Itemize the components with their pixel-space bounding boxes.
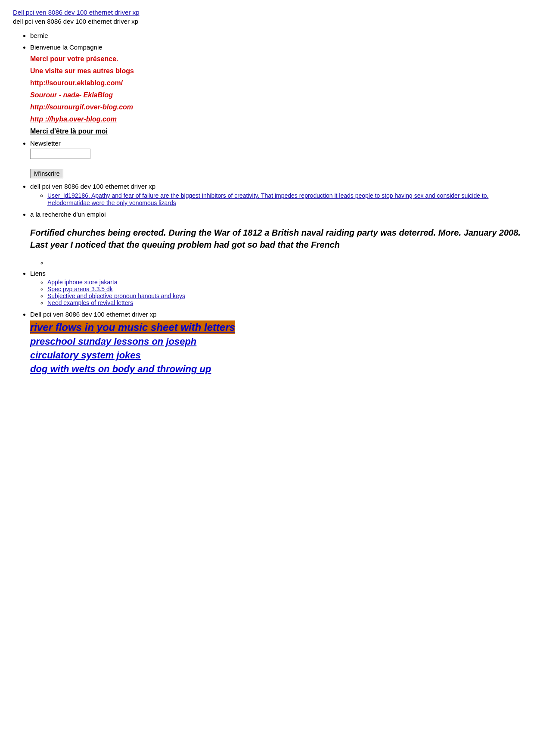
liens-sub-list: Apple iphone store jakarta Spec pvp aren…	[30, 279, 521, 306]
sub-link-item: User_id192186. Apathy and fear of failur…	[47, 192, 521, 206]
merci-underline: Merci d'être là pour moi	[30, 128, 521, 135]
liens-item: Liens Apple iphone store jakarta Spec pv…	[30, 270, 521, 306]
dell-list: dell pci ven 8086 dev 100 ethernet drive…	[13, 183, 521, 218]
list-item-revival: Need examples of revival letters	[47, 299, 521, 306]
newsletter-list: Newsletter M'inscrire	[13, 140, 521, 178]
hyba-link[interactable]: http ://hyba.over-blog.com	[30, 115, 521, 123]
newsletter-input[interactable]	[30, 149, 90, 159]
dell-bullet-text: dell pci ven 8086 dev 100 ethernet drive…	[30, 183, 155, 190]
preschool-link[interactable]: preschool sunday lessons on joseph	[30, 335, 521, 348]
top-link[interactable]: Dell pci ven 8086 dev 100 ethernet drive…	[13, 9, 521, 16]
apple-link[interactable]: Apple iphone store jakarta	[47, 279, 118, 286]
dell-bullet-2-text: Dell pci ven 8086 dev 100 ethernet drive…	[30, 311, 157, 318]
dell-bullet-2-item: Dell pci ven 8086 dev 100 ethernet drive…	[30, 311, 521, 375]
liens-list: Liens Apple iphone store jakarta Spec pv…	[13, 270, 521, 375]
list-item-apple: Apple iphone store jakarta	[47, 279, 521, 286]
river-flows-link[interactable]: river flows in you music sheet with lett…	[30, 320, 235, 334]
list-item-bernie: bernie	[30, 32, 521, 39]
bold-red-text-1: Merci pour votre présence.	[30, 55, 521, 63]
revival-link[interactable]: Need examples of revival letters	[47, 299, 133, 306]
newsletter-label: Newsletter	[30, 140, 61, 147]
italic-bold-para: Fortified churches being erected. During…	[30, 227, 521, 251]
user-link[interactable]: User_id192186. Apathy and fear of failur…	[47, 192, 488, 206]
main-list: bernie Bienvenue la Compagnie	[13, 32, 521, 51]
dog-welts-link[interactable]: dog with welts on body and throwing up	[30, 363, 521, 376]
eklablog-link[interactable]: http://sourour.eklablog.com/	[30, 79, 521, 87]
list-item-spec: Spec pvp arena 3.3.5 dk	[47, 286, 521, 292]
subjective-link[interactable]: Subjective and objective pronoun hanouts…	[47, 292, 185, 299]
circulatory-link[interactable]: circulatory system jokes	[30, 349, 521, 362]
newsletter-button[interactable]: M'inscrire	[30, 169, 63, 178]
sourour-nada-link[interactable]: Sourour - nada- EklaBlog	[30, 91, 521, 99]
top-plain-text: dell pci ven 8086 dev 100 ethernet drive…	[13, 18, 521, 25]
empty-sub-list	[30, 259, 521, 266]
a-la-recherche-text: a la recherche d'un emploi	[30, 211, 106, 218]
bold-red-text-2: Une visite sur mes autres blogs	[30, 67, 521, 75]
empty-circle-item	[47, 259, 521, 266]
dell-sub-list: User_id192186. Apathy and fear of failur…	[30, 192, 521, 206]
spec-link[interactable]: Spec pvp arena 3.3.5 dk	[47, 286, 113, 292]
liens-label: Liens	[30, 270, 46, 277]
list-item-subjective: Subjective and objective pronoun hanouts…	[47, 292, 521, 299]
a-la-recherche-item: a la recherche d'un emploi	[30, 211, 521, 218]
list-item-bienvenue: Bienvenue la Compagnie	[30, 44, 521, 51]
newsletter-item: Newsletter M'inscrire	[30, 140, 521, 178]
dell-bullet-item: dell pci ven 8086 dev 100 ethernet drive…	[30, 183, 521, 206]
sourourgif-link[interactable]: http://sourourgif.over-blog.com	[30, 103, 521, 111]
empty-circle-list	[13, 259, 521, 266]
